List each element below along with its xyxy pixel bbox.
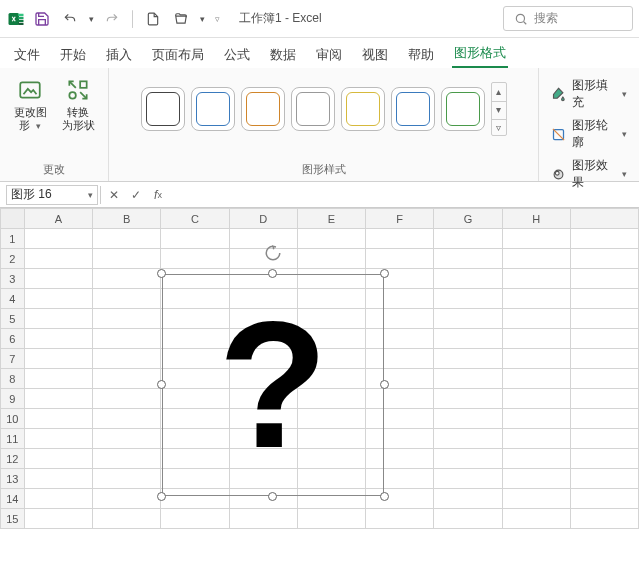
- row-10[interactable]: 10: [1, 409, 25, 429]
- convert-icon: [64, 76, 92, 104]
- col-A[interactable]: A: [24, 209, 92, 229]
- shape-fill-button[interactable]: 图形填充▾: [547, 74, 631, 114]
- name-box[interactable]: 图形 16 ▾: [6, 185, 98, 205]
- shape-style-7[interactable]: [441, 87, 485, 131]
- new-file-button[interactable]: [141, 7, 165, 31]
- tab-home[interactable]: 开始: [58, 42, 88, 68]
- undo-dropdown[interactable]: ▾: [86, 7, 96, 31]
- resize-handle-w[interactable]: [157, 380, 166, 389]
- row-1[interactable]: 1: [1, 229, 25, 249]
- resize-handle-e[interactable]: [380, 380, 389, 389]
- row-7[interactable]: 7: [1, 349, 25, 369]
- undo-button[interactable]: [58, 7, 82, 31]
- gallery-prev[interactable]: ▴: [492, 83, 506, 99]
- svg-rect-4: [18, 22, 23, 24]
- resize-handle-s[interactable]: [268, 492, 277, 501]
- tab-formulas[interactable]: 公式: [222, 42, 252, 68]
- group-change-label: 更改: [43, 160, 65, 179]
- row-11[interactable]: 11: [1, 429, 25, 449]
- col-C[interactable]: C: [161, 209, 229, 229]
- tab-insert[interactable]: 插入: [104, 42, 134, 68]
- change-graphic-icon: [16, 76, 44, 104]
- open-dropdown[interactable]: ▾: [197, 7, 207, 31]
- shape-style-4[interactable]: [291, 87, 335, 131]
- row-6[interactable]: 6: [1, 329, 25, 349]
- svg-point-7: [69, 92, 76, 99]
- row-15[interactable]: 15: [1, 509, 25, 529]
- col-B[interactable]: B: [92, 209, 160, 229]
- row-8[interactable]: 8: [1, 369, 25, 389]
- shape-style-6[interactable]: [391, 87, 435, 131]
- resize-handle-nw[interactable]: [157, 269, 166, 278]
- rotate-handle[interactable]: [264, 244, 282, 262]
- style-gallery-arrows: ▴ ▾ ▿: [491, 82, 507, 136]
- tab-file[interactable]: 文件: [12, 42, 42, 68]
- search-icon: [514, 12, 528, 26]
- row-12[interactable]: 12: [1, 449, 25, 469]
- row-14[interactable]: 14: [1, 489, 25, 509]
- ribbon-tabs: 文件 开始 插入 页面布局 公式 数据 审阅 视图 帮助 图形格式: [0, 38, 639, 68]
- gallery-next[interactable]: ▾: [492, 101, 506, 117]
- group-change: 更改图形 ▾ 转换为形状 更改: [0, 68, 109, 181]
- svg-rect-3: [18, 19, 23, 21]
- row-9[interactable]: 9: [1, 389, 25, 409]
- svg-point-5: [516, 14, 524, 22]
- workbook-title: 工作簿1 - Excel: [239, 10, 322, 27]
- col-H[interactable]: H: [502, 209, 570, 229]
- tab-pagelayout[interactable]: 页面布局: [150, 42, 206, 68]
- group-styles: ▴ ▾ ▿ 图形样式: [109, 68, 539, 181]
- open-button[interactable]: [169, 7, 193, 31]
- select-all-corner[interactable]: [1, 209, 25, 229]
- col-D[interactable]: D: [229, 209, 297, 229]
- row-3[interactable]: 3: [1, 269, 25, 289]
- chevron-down-icon: ▾: [88, 190, 93, 200]
- svg-rect-1: [18, 13, 23, 15]
- svg-rect-2: [18, 16, 23, 18]
- group-styles-label: 图形样式: [302, 160, 346, 179]
- confirm-formula-button[interactable]: ✓: [125, 184, 147, 206]
- row-4[interactable]: 4: [1, 289, 25, 309]
- shape-style-3[interactable]: [241, 87, 285, 131]
- tab-review[interactable]: 审阅: [314, 42, 344, 68]
- resize-handle-se[interactable]: [380, 492, 389, 501]
- shape-style-2[interactable]: [191, 87, 235, 131]
- selected-shape[interactable]: ?: [162, 274, 384, 496]
- fx-button[interactable]: fx: [147, 184, 169, 206]
- formula-input[interactable]: [171, 185, 639, 205]
- resize-handle-ne[interactable]: [380, 269, 389, 278]
- save-button[interactable]: [30, 7, 54, 31]
- shape-style-5[interactable]: [341, 87, 385, 131]
- redo-button[interactable]: [100, 7, 124, 31]
- col-E[interactable]: E: [297, 209, 365, 229]
- qat-customize[interactable]: ▿: [211, 7, 223, 31]
- title-bar: ▾ ▾ ▿ 工作簿1 - Excel 搜索: [0, 0, 639, 38]
- tab-data[interactable]: 数据: [268, 42, 298, 68]
- formula-bar: 图形 16 ▾ ✕ ✓ fx: [0, 182, 639, 208]
- row-13[interactable]: 13: [1, 469, 25, 489]
- change-graphic-button[interactable]: 更改图形 ▾: [8, 74, 52, 133]
- worksheet-area: A B C D E F G H 1 2 3 4 5 6 7 8 9 10 11 …: [0, 208, 639, 529]
- tab-shapeformat[interactable]: 图形格式: [452, 40, 508, 68]
- gallery-expand[interactable]: ▿: [492, 119, 506, 135]
- fill-icon: [551, 86, 566, 102]
- excel-icon: [6, 9, 26, 29]
- outline-icon: [551, 126, 566, 142]
- shape-body[interactable]: ?: [162, 274, 384, 496]
- resize-handle-sw[interactable]: [157, 492, 166, 501]
- col-F[interactable]: F: [366, 209, 434, 229]
- resize-handle-n[interactable]: [268, 269, 277, 278]
- row-2[interactable]: 2: [1, 249, 25, 269]
- tab-help[interactable]: 帮助: [406, 42, 436, 68]
- group-shape-format: 图形填充▾ 图形轮廓▾ 图形效果▾: [539, 68, 639, 181]
- shape-outline-button[interactable]: 图形轮廓▾: [547, 114, 631, 154]
- cancel-formula-button[interactable]: ✕: [103, 184, 125, 206]
- row-5[interactable]: 5: [1, 309, 25, 329]
- tab-view[interactable]: 视图: [360, 42, 390, 68]
- search-placeholder: 搜索: [534, 10, 558, 27]
- col-G[interactable]: G: [434, 209, 502, 229]
- qat-separator: [132, 10, 133, 28]
- search-box[interactable]: 搜索: [503, 6, 633, 31]
- shape-style-1[interactable]: [141, 87, 185, 131]
- svg-rect-8: [80, 81, 87, 88]
- convert-to-shape-button[interactable]: 转换为形状: [56, 74, 100, 133]
